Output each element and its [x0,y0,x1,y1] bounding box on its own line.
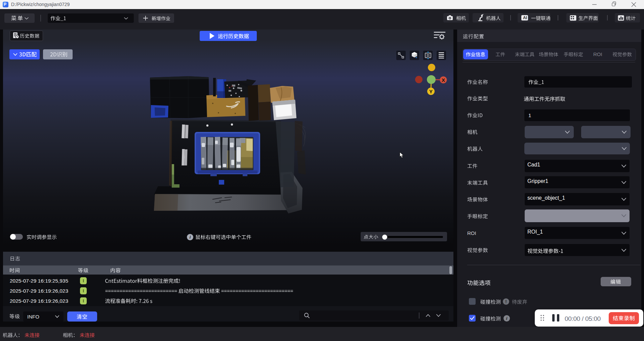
svg-text:Y: Y [429,89,433,94]
svg-text:X: X [442,77,445,83]
